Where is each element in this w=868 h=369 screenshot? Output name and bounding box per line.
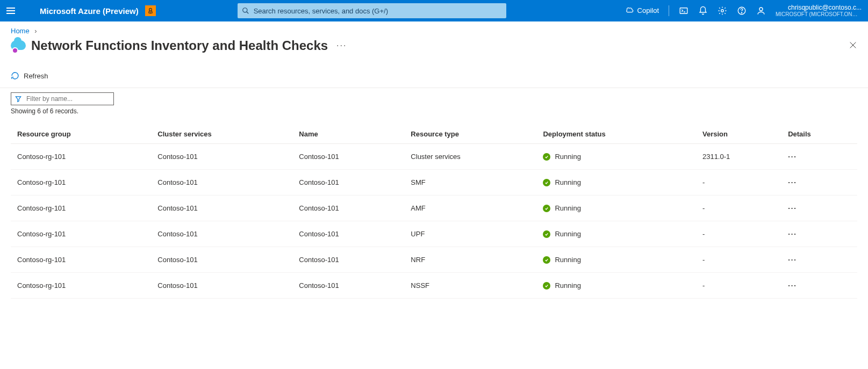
row-actions-button[interactable]: ··· xyxy=(788,230,797,238)
cell-deployment-status: Running xyxy=(536,170,695,196)
breadcrumb-home[interactable]: Home xyxy=(11,27,30,35)
svg-point-1 xyxy=(242,8,247,12)
cell-details: ··· xyxy=(781,247,857,273)
svg-rect-3 xyxy=(680,8,687,14)
cell-details: ··· xyxy=(781,144,857,170)
menu-toggle-button[interactable] xyxy=(6,5,17,16)
account-directory: MICROSOFT (MICROSOFT.ONMI... xyxy=(776,11,862,18)
refresh-icon xyxy=(11,71,19,80)
help-icon xyxy=(737,6,747,16)
row-actions-button[interactable]: ··· xyxy=(788,256,797,264)
table-row[interactable]: Contoso-rg-101Contoso-101Contoso-101SMFR… xyxy=(11,170,857,196)
cell-name: Contoso-101 xyxy=(292,144,404,170)
status-ok-icon xyxy=(543,205,550,212)
cell-deployment-status: Running xyxy=(536,221,695,247)
status-ok-icon xyxy=(543,282,550,290)
account-menu[interactable]: chrisqpublic@contoso.c... MICROSOFT (MIC… xyxy=(776,4,862,18)
cell-version: - xyxy=(696,273,781,299)
col-name[interactable]: Name xyxy=(292,125,404,144)
cell-resource-group: Contoso-rg-101 xyxy=(11,221,151,247)
filter-icon xyxy=(15,95,22,103)
cell-resource-type: Cluster services xyxy=(404,144,536,170)
col-resource-type[interactable]: Resource type xyxy=(404,125,536,144)
results-table: Resource group Cluster services Name Res… xyxy=(11,125,857,299)
table-header-row: Resource group Cluster services Name Res… xyxy=(11,125,857,144)
global-search-input[interactable] xyxy=(253,6,502,16)
table-row[interactable]: Contoso-rg-101Contoso-101Contoso-101UPFR… xyxy=(11,221,857,247)
command-bar: Refresh xyxy=(0,68,868,88)
cell-resource-group: Contoso-rg-101 xyxy=(11,144,151,170)
cell-name: Contoso-101 xyxy=(292,170,404,196)
cell-details: ··· xyxy=(781,221,857,247)
col-details[interactable]: Details xyxy=(781,125,857,144)
cell-cluster-services: Contoso-101 xyxy=(151,273,292,299)
feedback-button[interactable] xyxy=(756,6,766,16)
col-cluster-services[interactable]: Cluster services xyxy=(151,125,292,144)
status-ok-icon xyxy=(543,153,550,161)
separator xyxy=(669,5,669,16)
cell-resource-type: UPF xyxy=(404,221,536,247)
status-ok-icon xyxy=(543,230,550,238)
filter-input[interactable] xyxy=(25,95,110,103)
notifications-button[interactable] xyxy=(698,6,708,16)
help-button[interactable] xyxy=(737,6,747,16)
close-blade-button[interactable] xyxy=(849,41,857,51)
copilot-button[interactable]: Copilot xyxy=(626,6,659,15)
col-resource-group[interactable]: Resource group xyxy=(11,125,151,144)
col-version[interactable]: Version xyxy=(696,125,781,144)
cell-deployment-status: Running xyxy=(536,273,695,299)
portal-brand[interactable]: Microsoft Azure (Preview) xyxy=(40,6,139,16)
table-row[interactable]: Contoso-rg-101Contoso-101Contoso-101AMFR… xyxy=(11,196,857,221)
filter-area: Showing 6 of 6 records. xyxy=(0,88,868,115)
cell-resource-group: Contoso-rg-101 xyxy=(11,247,151,273)
bell-icon xyxy=(698,6,708,16)
global-search[interactable] xyxy=(238,3,506,18)
feedback-icon xyxy=(756,6,766,16)
cell-details: ··· xyxy=(781,170,857,196)
page-more-button[interactable]: ··· xyxy=(336,41,347,50)
cell-resource-type: SMF xyxy=(404,170,536,196)
service-icon xyxy=(11,38,26,53)
cell-resource-group: Contoso-rg-101 xyxy=(11,273,151,299)
cell-details: ··· xyxy=(781,196,857,221)
table-row[interactable]: Contoso-rg-101Contoso-101Contoso-101NSSF… xyxy=(11,273,857,299)
close-icon xyxy=(849,41,857,49)
settings-button[interactable] xyxy=(718,6,727,16)
row-actions-button[interactable]: ··· xyxy=(788,153,797,161)
page-header: Network Functions Inventory and Health C… xyxy=(0,35,868,63)
copilot-label: Copilot xyxy=(637,6,659,15)
status-ok-icon xyxy=(543,256,550,264)
cell-version: - xyxy=(696,196,781,221)
cell-resource-type: AMF xyxy=(404,196,536,221)
breadcrumb: Home › xyxy=(0,21,868,35)
filter-by-name[interactable] xyxy=(11,92,114,105)
cell-name: Contoso-101 xyxy=(292,196,404,221)
cloud-shell-button[interactable] xyxy=(679,6,688,16)
cell-cluster-services: Contoso-101 xyxy=(151,221,292,247)
svg-point-0 xyxy=(149,8,152,11)
cell-cluster-services: Contoso-101 xyxy=(151,196,292,221)
cell-resource-group: Contoso-rg-101 xyxy=(11,196,151,221)
col-deployment-status[interactable]: Deployment status xyxy=(536,125,695,144)
cell-deployment-status: Running xyxy=(536,144,695,170)
page-title: Network Functions Inventory and Health C… xyxy=(31,38,328,53)
svg-point-6 xyxy=(741,12,742,13)
chevron-right-icon: › xyxy=(34,27,37,35)
table-row[interactable]: Contoso-rg-101Contoso-101Contoso-101NRFR… xyxy=(11,247,857,273)
row-actions-button[interactable]: ··· xyxy=(788,178,797,186)
refresh-label: Refresh xyxy=(24,72,48,80)
svg-point-7 xyxy=(759,8,763,11)
refresh-button[interactable]: Refresh xyxy=(11,68,48,83)
cell-name: Contoso-101 xyxy=(292,247,404,273)
preview-badge-icon[interactable] xyxy=(145,5,156,16)
row-actions-button[interactable]: ··· xyxy=(788,204,797,212)
account-email: chrisqpublic@contoso.c... xyxy=(788,4,862,11)
gear-icon xyxy=(718,6,727,16)
cell-cluster-services: Contoso-101 xyxy=(151,170,292,196)
row-actions-button[interactable]: ··· xyxy=(788,281,797,290)
cell-version: - xyxy=(696,170,781,196)
global-header: Microsoft Azure (Preview) Copilot xyxy=(0,0,868,21)
table-row[interactable]: Contoso-rg-101Contoso-101Contoso-101Clus… xyxy=(11,144,857,170)
status-ok-icon xyxy=(543,179,550,186)
cell-version: - xyxy=(696,221,781,247)
